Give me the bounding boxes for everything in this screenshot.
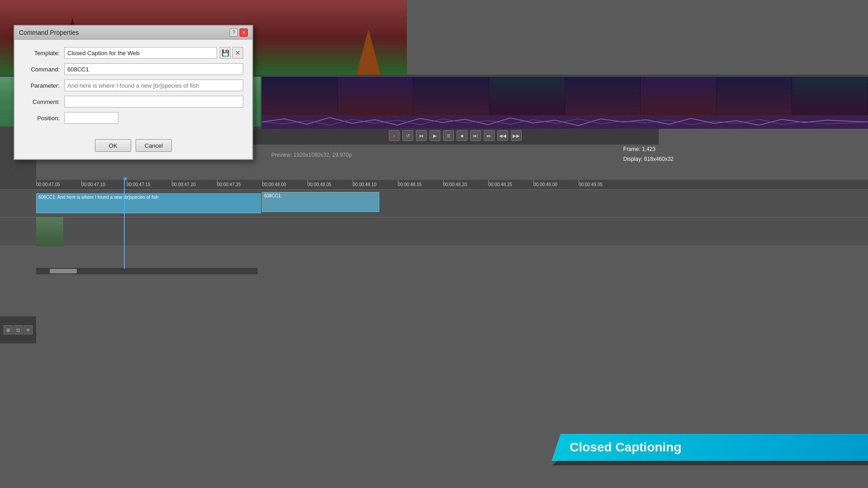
ruler-tick-12: 00:00:49.05 — [579, 180, 603, 189]
position-row: Position: 00:00:47.15 — [24, 112, 243, 124]
comment-label: Comment: — [24, 99, 64, 105]
command-properties-dialog: Command Properties ? × Template: Closed … — [14, 25, 253, 160]
parameter-row: Parameter: — [24, 80, 243, 91]
dialog-footer: OK Cancel — [14, 136, 252, 159]
command-select-wrapper: 608CC1 — [64, 63, 243, 75]
template-select[interactable]: Closed Caption for the Web — [64, 47, 217, 59]
scroll-thumb[interactable] — [50, 269, 77, 273]
playhead — [124, 178, 125, 269]
template-row: Template: Closed Caption for the Web 💾 ✕ — [24, 47, 243, 59]
ruler-tick-9: 00:00:48.20 — [443, 180, 467, 189]
caption-clip-2[interactable]: 608CC1: — [262, 192, 379, 212]
comment-input[interactable]: is where I found a new {R15In00Wh}specie… — [64, 96, 243, 108]
cc-banner: Closed Captioning — [552, 434, 868, 461]
dialog-buttons: ? × — [230, 28, 248, 37]
track-tools: ⊞ ⊡ ✛ — [0, 316, 36, 343]
record-button[interactable]: ● — [389, 130, 400, 141]
save-template-button[interactable]: 💾 — [220, 47, 231, 59]
playback-controls: ● ↺ ⏮ ▶ ⏸ ■ ⏭ ⏭ ◀◀ ▶▶ — [252, 127, 659, 145]
clear-template-button[interactable]: ✕ — [232, 47, 243, 59]
ruler-tick-5: 00:00:48.00 — [262, 180, 286, 189]
dialog-body: Template: Closed Caption for the Web 💾 ✕… — [14, 40, 252, 136]
caption-clip-1[interactable]: 608CC1: And here is where I found a new … — [36, 193, 261, 213]
display-label: Display: — [623, 156, 643, 162]
frame-value: 1,423 — [642, 146, 656, 152]
template-label: Template: — [24, 50, 64, 56]
position-label: Position: — [24, 115, 64, 122]
help-button[interactable]: ? — [230, 28, 238, 37]
prev-frame-button[interactable]: ⏭ — [470, 130, 481, 141]
preview-label: Preview: 1920x1080x32, 29.970p — [271, 152, 352, 158]
command-label: Command: — [24, 66, 64, 73]
ruler-tick-1: 00:00:47.10 — [81, 180, 105, 189]
dialog-titlebar: Command Properties ? × — [14, 26, 252, 40]
tool-grid[interactable]: ⊞ — [4, 325, 13, 334]
cc-banner-text: Closed Captioning — [570, 440, 681, 455]
frame-label: Frame: — [623, 146, 641, 152]
timeline-area: 608CC1: And here is where I found a new … — [0, 190, 868, 269]
ruler-tick-2: 00:00:47.15 — [127, 180, 151, 189]
ruler-tick-8: 00:00:48.15 — [398, 180, 422, 189]
caption-clip-2-label: 608CC1: — [264, 193, 282, 198]
forward-button[interactable]: ▶▶ — [511, 130, 522, 141]
command-row: Command: 608CC1 — [24, 63, 243, 75]
playhead-triangle — [123, 178, 127, 181]
empty-track — [0, 217, 868, 246]
timeline-ruler: 00:00:47.05 00:00:47.10 00:00:47.15 00:0… — [0, 180, 868, 190]
command-select[interactable]: 608CC1 — [64, 63, 243, 75]
ruler-tick-0: 00:00:47.05 — [36, 180, 60, 189]
template-select-wrapper: Closed Caption for the Web — [64, 47, 217, 59]
step-back-button[interactable]: ⏮ — [416, 130, 427, 141]
position-input[interactable]: 00:00:47.15 — [64, 112, 118, 124]
dialog-title: Command Properties — [19, 29, 79, 36]
ok-button[interactable]: OK — [95, 139, 131, 152]
parameter-input[interactable] — [64, 80, 243, 91]
comment-row: Comment: is where I found a new {R15In00… — [24, 96, 243, 108]
ruler-tick-4: 00:00:47.25 — [217, 180, 241, 189]
rewind-button[interactable]: ◀◀ — [497, 130, 508, 141]
caption-track: 608CC1: And here is where I found a new … — [0, 190, 868, 217]
horizontal-scrollbar[interactable] — [36, 268, 258, 274]
ruler-tick-3: 00:00:47.20 — [172, 180, 196, 189]
tool-select[interactable]: ⊡ — [14, 325, 23, 334]
thumb-preview — [36, 217, 63, 246]
tool-move[interactable]: ✛ — [24, 325, 33, 334]
display-value: 818x460x32 — [644, 156, 674, 162]
close-button[interactable]: × — [240, 28, 248, 37]
ruler-tick-6: 00:00:48.05 — [307, 180, 331, 189]
parameter-label: Parameter: — [24, 82, 64, 89]
template-icons: 💾 ✕ — [220, 47, 243, 59]
refresh-button[interactable]: ↺ — [402, 130, 413, 141]
frame-info: Frame: 1,423 Display: 818x460x32 — [623, 145, 674, 164]
next-frame-button[interactable]: ⏭ — [484, 130, 495, 141]
pause-button[interactable]: ⏸ — [443, 130, 454, 141]
audio-waveform — [262, 115, 868, 129]
cancel-button[interactable]: Cancel — [136, 139, 172, 152]
ruler-tick-10: 00:00:48.25 — [488, 180, 512, 189]
ruler-tick-7: 00:00:48.10 — [353, 180, 377, 189]
ruler-tick-11: 00:00:49.00 — [533, 180, 557, 189]
stop-button[interactable]: ■ — [457, 130, 467, 141]
play-button[interactable]: ▶ — [429, 130, 440, 141]
caption-clip-1-label: 608CC1: And here is where I found a new … — [38, 195, 159, 200]
